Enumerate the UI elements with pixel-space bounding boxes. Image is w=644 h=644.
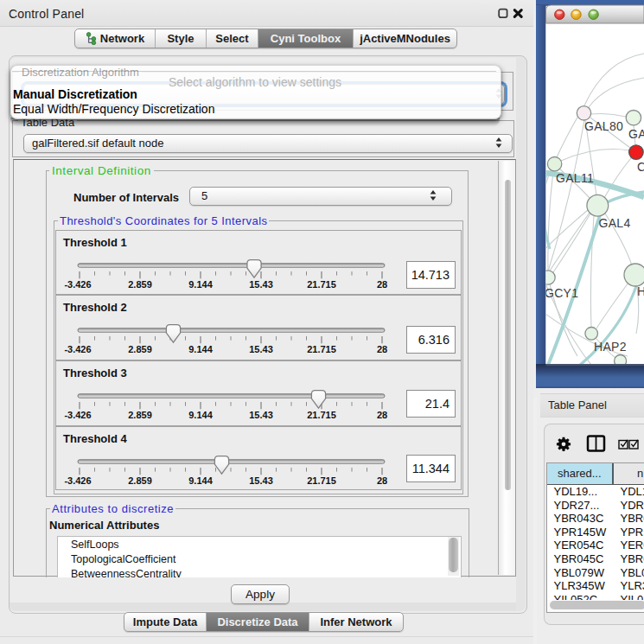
svg-text:15.43: 15.43 bbox=[249, 279, 273, 290]
svg-text:-3.426: -3.426 bbox=[64, 475, 91, 486]
svg-text:21.715: 21.715 bbox=[307, 475, 336, 486]
svg-text:9.144: 9.144 bbox=[188, 344, 213, 354]
svg-text:GCY1: GCY1 bbox=[545, 286, 578, 300]
svg-text:15.43: 15.43 bbox=[249, 475, 273, 486]
svg-text:GA: GA bbox=[628, 127, 644, 141]
svg-text:2.859: 2.859 bbox=[128, 344, 152, 354]
svg-text:9.144: 9.144 bbox=[188, 475, 213, 486]
svg-text:-3.426: -3.426 bbox=[64, 279, 91, 290]
svg-text:2.859: 2.859 bbox=[128, 475, 152, 486]
svg-text:21.715: 21.715 bbox=[307, 344, 336, 354]
svg-text:9.144: 9.144 bbox=[188, 279, 213, 290]
svg-text:15.43: 15.43 bbox=[249, 410, 273, 420]
svg-text:28: 28 bbox=[377, 279, 387, 290]
svg-text:HAP2: HAP2 bbox=[594, 340, 627, 354]
svg-text:GAL4: GAL4 bbox=[599, 216, 631, 230]
svg-text:GAL80: GAL80 bbox=[584, 119, 623, 133]
svg-text:28: 28 bbox=[377, 410, 387, 420]
svg-text:21.715: 21.715 bbox=[307, 410, 336, 420]
svg-text:H: H bbox=[637, 284, 644, 298]
svg-text:2.859: 2.859 bbox=[128, 279, 152, 290]
svg-text:-3.426: -3.426 bbox=[64, 410, 91, 420]
svg-text:28: 28 bbox=[377, 344, 387, 354]
svg-text:21.715: 21.715 bbox=[307, 279, 336, 290]
svg-text:C: C bbox=[637, 160, 644, 174]
svg-text:-3.426: -3.426 bbox=[64, 344, 91, 354]
svg-text:9.144: 9.144 bbox=[188, 410, 213, 420]
svg-text:15.43: 15.43 bbox=[249, 344, 273, 354]
svg-text:GAL11: GAL11 bbox=[556, 171, 594, 185]
svg-text:28: 28 bbox=[377, 475, 387, 486]
svg-text:2.859: 2.859 bbox=[128, 410, 152, 420]
